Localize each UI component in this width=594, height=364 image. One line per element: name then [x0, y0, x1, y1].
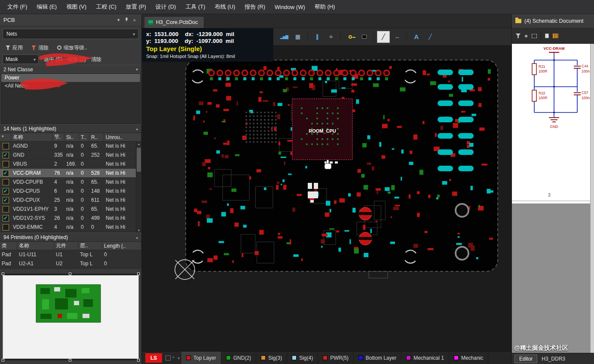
- zoom-option-button[interactable]: 缩放 (Z): [67, 56, 86, 63]
- col-component[interactable]: 元件: [54, 242, 78, 250]
- net-visibility-checkbox[interactable]: [0, 206, 11, 212]
- menu-view[interactable]: 视图 (V): [61, 3, 91, 11]
- net-row[interactable]: AGND 9 n/a 0 65. Net is Hi: [0, 142, 141, 151]
- net-visibility-checkbox[interactable]: ✓: [0, 197, 11, 203]
- net-row[interactable]: ✓ VDD-CPUX 25 n/a 0 611 Net is Hi: [0, 196, 141, 205]
- net-visibility-checkbox[interactable]: [0, 224, 11, 231]
- col-layer[interactable]: 层..: [78, 242, 102, 250]
- menu-reports[interactable]: 报告 (R): [240, 3, 270, 11]
- histogram-icon[interactable]: ▂▅▇: [278, 31, 291, 43]
- resize-handle[interactable]: [69, 359, 71, 361]
- layer-tab-pwr[interactable]: PWR(5): [318, 352, 354, 364]
- select-area-icon[interactable]: [532, 34, 537, 38]
- resize-handle[interactable]: [69, 273, 71, 275]
- close-panel-icon[interactable]: ×: [131, 18, 138, 23]
- browser-mode-select[interactable]: Nets ▾: [3, 29, 139, 39]
- resistor-symbol[interactable]: [532, 64, 536, 75]
- resize-handle[interactable]: [2, 273, 4, 275]
- resize-handle[interactable]: [137, 273, 140, 275]
- nets-section-header[interactable]: 14 Nets (1 Highlighted) ▴: [0, 124, 141, 133]
- document-tab[interactable]: H3_Core.PcbDoc: [144, 16, 204, 28]
- col-name[interactable]: 名称: [11, 133, 52, 141]
- net-row[interactable]: ✓ GND 335 n/a 0 252 Net is Hi: [0, 151, 141, 160]
- layer-tab-mech2[interactable]: Mechanic: [449, 352, 488, 364]
- col-si[interactable]: Si..: [64, 133, 79, 141]
- primitives-section-header[interactable]: 94 Primitives (0 Highlighted) ▴: [0, 233, 141, 242]
- menu-window[interactable]: Window (W): [270, 4, 310, 10]
- layer-tab-bottom[interactable]: Bottom Layer: [354, 352, 401, 364]
- clear-button[interactable]: 清除: [28, 43, 52, 53]
- editor-mode-tab[interactable]: Editor: [514, 355, 537, 363]
- pad-array-icon[interactable]: ▦: [291, 31, 304, 43]
- net-visibility-checkbox[interactable]: ✓: [0, 188, 11, 194]
- text-tool-icon[interactable]: A: [410, 31, 423, 43]
- menu-file[interactable]: 文件 (F): [3, 3, 32, 11]
- crosshair-icon[interactable]: +: [524, 33, 528, 39]
- col-type[interactable]: 类: [0, 242, 17, 250]
- board-preview[interactable]: [1, 270, 141, 363]
- mask-dropdown[interactable]: Mask ▾: [3, 55, 39, 64]
- primitive-row[interactable]: Pad U1-U11 U1 Top L 0: [0, 250, 141, 259]
- menu-project[interactable]: 工程 (C): [91, 3, 121, 11]
- net-row[interactable]: VDDI-EMMC 4 n/a 0 0 Net is Hi: [0, 223, 141, 232]
- via-icon[interactable]: [344, 31, 357, 43]
- net-visibility-checkbox[interactable]: [0, 179, 11, 185]
- menu-tools[interactable]: 工具 (T): [181, 3, 210, 11]
- net-row[interactable]: VBUS 2 169. 0 Net is Hi: [0, 160, 141, 169]
- col-length[interactable]: Length (..: [102, 242, 141, 250]
- slash-tool-icon[interactable]: ╱: [424, 31, 437, 43]
- document-icon[interactable]: [545, 33, 549, 38]
- col-name[interactable]: 名称: [17, 242, 54, 250]
- dimension-icon[interactable]: ↔: [391, 31, 404, 43]
- line-tool-icon[interactable]: ╱: [377, 31, 390, 43]
- col-unrouted[interactable]: Unrou..: [104, 133, 141, 141]
- pcb-canvas[interactable]: ROOM_CPU: [142, 28, 511, 351]
- vertical-scrollbar[interactable]: [590, 44, 594, 353]
- layer-grid-icon[interactable]: [165, 355, 171, 361]
- col-r[interactable]: R..: [89, 133, 104, 141]
- columns-icon[interactable]: [553, 33, 558, 38]
- col-t[interactable]: T..: [79, 133, 89, 141]
- chevron-up-icon[interactable]: ^: [171, 356, 176, 360]
- net-row[interactable]: VDD1V1-EPHY 3 n/a 0 65. Net is Hi: [0, 205, 141, 214]
- clear-option-button[interactable]: 清除: [91, 56, 101, 63]
- menu-help[interactable]: 帮助 (H): [310, 3, 340, 11]
- net-row[interactable]: ✓ VDD1V2-SYS 26 n/a 0 499 Net is Hi: [0, 214, 141, 223]
- net-row[interactable]: ✓ VDD-CPUS 6 n/a 0 148 Net is Hi: [0, 187, 141, 196]
- layer-tab-mech1[interactable]: Mechanical 1: [401, 352, 449, 364]
- net-row-highlighted[interactable]: ✓ VCC-DRAM 76 n/a 0 528 Net is Hi: [0, 169, 141, 178]
- net-visibility-checkbox[interactable]: [0, 161, 11, 167]
- apply-button[interactable]: 应用: [3, 43, 26, 53]
- schematic-panel-header[interactable]: (4) Schematic Document: [512, 14, 594, 28]
- length-tuning-icon[interactable]: ≈: [325, 31, 337, 43]
- fill-icon[interactable]: [358, 31, 370, 43]
- resistor-symbol[interactable]: [532, 90, 536, 101]
- net-visibility-checkbox[interactable]: ✓: [0, 152, 11, 158]
- scrollbar-thumb[interactable]: [137, 148, 141, 172]
- schematic-sheet[interactable]: VCC-DRAM: [512, 44, 594, 203]
- layer-tab-sig4[interactable]: Sig(4): [287, 352, 318, 364]
- layer-tab-gnd[interactable]: GND(2): [221, 352, 256, 364]
- filter-icon[interactable]: [516, 33, 521, 38]
- resize-handle[interactable]: [137, 359, 140, 361]
- interactive-route-icon[interactable]: ∥: [311, 31, 324, 43]
- net-row[interactable]: VDD-CPUFB 4 n/a 0 65. Net is Hi: [0, 178, 141, 187]
- scroll-down-icon[interactable]: ▼: [136, 228, 141, 233]
- scroll-up-icon[interactable]: ▲: [136, 142, 141, 146]
- panel-dropdown-icon[interactable]: ▾: [115, 17, 122, 23]
- pin-icon[interactable]: [122, 17, 131, 23]
- menu-edit[interactable]: 编辑 (E): [32, 3, 61, 11]
- menu-route[interactable]: 布线 (U): [210, 3, 240, 11]
- resize-handle[interactable]: [2, 359, 4, 361]
- layer-tab-sig3[interactable]: Sig(3): [256, 352, 287, 364]
- chevron-down-icon[interactable]: ▾: [136, 67, 138, 72]
- menu-design[interactable]: 设计 (D): [151, 3, 181, 11]
- col-nodes[interactable]: 节.: [52, 133, 64, 141]
- zoom-level-button[interactable]: 缩放等级..: [54, 43, 90, 53]
- net-visibility-checkbox[interactable]: ✓: [0, 170, 11, 176]
- select-option-button[interactable]: 选中 (S): [44, 56, 62, 63]
- layer-set-badge[interactable]: LS: [145, 353, 162, 363]
- nets-scrollbar[interactable]: ▲ ▼: [136, 142, 141, 233]
- menu-place[interactable]: 放置 (P): [121, 3, 151, 11]
- room-cpu[interactable]: ROOM_CPU: [292, 99, 352, 160]
